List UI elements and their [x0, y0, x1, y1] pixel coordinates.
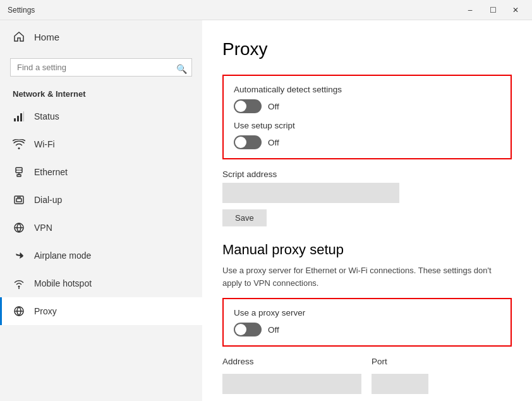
- minimize-button[interactable]: –: [461, 4, 479, 16]
- address-input[interactable]: [222, 374, 361, 394]
- svg-rect-1: [17, 116, 19, 121]
- port-input[interactable]: [372, 374, 428, 394]
- app-title: Settings: [8, 6, 35, 15]
- svg-rect-6: [17, 175, 21, 176]
- home-icon: [13, 30, 25, 43]
- sidebar-item-airplane[interactable]: Airplane mode: [0, 242, 202, 269]
- use-proxy-row: Off: [234, 323, 500, 336]
- sidebar-item-home[interactable]: Home: [0, 20, 202, 53]
- address-port-row: Address Port: [222, 357, 512, 394]
- setup-script-label: Use setup script: [234, 121, 500, 130]
- svg-rect-2: [20, 113, 22, 121]
- svg-rect-11: [16, 199, 21, 202]
- setup-script-toggle-label: Off: [268, 138, 279, 147]
- use-proxy-section: Use a proxy server Off: [222, 298, 512, 347]
- vpn-icon: [13, 221, 25, 234]
- script-address-input[interactable]: [222, 183, 399, 203]
- sidebar-section-title: Network & Internet: [0, 84, 202, 102]
- sidebar-item-proxy[interactable]: Proxy: [0, 297, 202, 325]
- script-address-label: Script address: [222, 170, 512, 179]
- manual-proxy-desc: Use a proxy server for Ethernet or Wi-Fi…: [222, 264, 494, 289]
- sidebar: Home 🔍 Network & Internet Status: [0, 20, 202, 401]
- content-area: Proxy Automatically detect settings Off …: [202, 20, 532, 401]
- auto-detect-row: Off: [234, 99, 500, 113]
- window-controls: – ☐ ✕: [461, 4, 524, 16]
- setup-script-row: Off: [234, 135, 500, 149]
- save-button[interactable]: Save: [222, 209, 267, 226]
- sidebar-item-vpn[interactable]: VPN: [0, 214, 202, 242]
- svg-rect-3: [23, 111, 24, 121]
- close-button[interactable]: ✕: [507, 4, 524, 16]
- address-label: Address: [222, 357, 361, 366]
- port-field: Port: [372, 357, 428, 394]
- search-container: 🔍: [0, 53, 202, 84]
- use-proxy-toggle-label: Off: [268, 325, 279, 335]
- manual-proxy-title: Manual proxy setup: [222, 242, 512, 258]
- app-container: Home 🔍 Network & Internet Status: [0, 20, 532, 401]
- status-icon: [13, 110, 25, 123]
- ethernet-icon: [13, 166, 25, 178]
- sidebar-item-status[interactable]: Status: [0, 102, 202, 130]
- auto-detect-label: Automatically detect settings: [234, 85, 500, 94]
- proxy-icon: [13, 305, 25, 318]
- auto-proxy-section: Automatically detect settings Off Use se…: [222, 75, 512, 159]
- dialup-icon: [13, 194, 25, 206]
- sidebar-item-dialup[interactable]: Dial-up: [0, 186, 202, 214]
- port-label: Port: [372, 357, 428, 366]
- search-input[interactable]: [10, 58, 192, 77]
- search-icon: 🔍: [176, 64, 187, 74]
- sidebar-item-wifi[interactable]: Wi-Fi: [0, 130, 202, 158]
- page-title: Proxy: [222, 39, 512, 59]
- setup-script-toggle[interactable]: [234, 135, 262, 149]
- svg-point-14: [18, 286, 20, 288]
- address-field: Address: [222, 357, 361, 394]
- use-proxy-toggle[interactable]: [234, 323, 262, 336]
- script-address-section: Script address: [222, 170, 512, 203]
- sidebar-item-hotspot[interactable]: Mobile hotspot: [0, 269, 202, 297]
- use-proxy-label: Use a proxy server: [234, 308, 500, 318]
- wifi-icon: [13, 138, 25, 151]
- airplane-icon: [13, 249, 25, 262]
- auto-detect-toggle-label: Off: [268, 102, 279, 111]
- hotspot-icon: [13, 277, 25, 290]
- maximize-button[interactable]: ☐: [484, 4, 502, 16]
- title-bar: Settings – ☐ ✕: [0, 0, 532, 20]
- sidebar-item-ethernet[interactable]: Ethernet: [0, 158, 202, 186]
- auto-detect-toggle[interactable]: [234, 99, 262, 113]
- svg-rect-0: [14, 118, 16, 121]
